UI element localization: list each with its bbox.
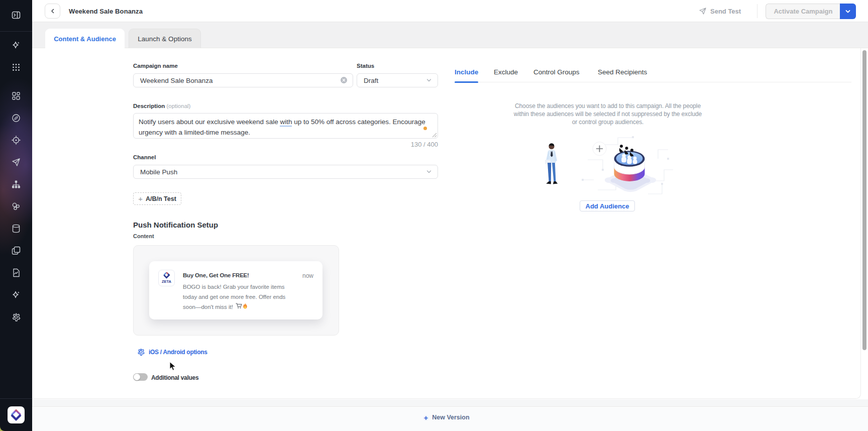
svg-text:ZETA: ZETA [162, 279, 172, 284]
